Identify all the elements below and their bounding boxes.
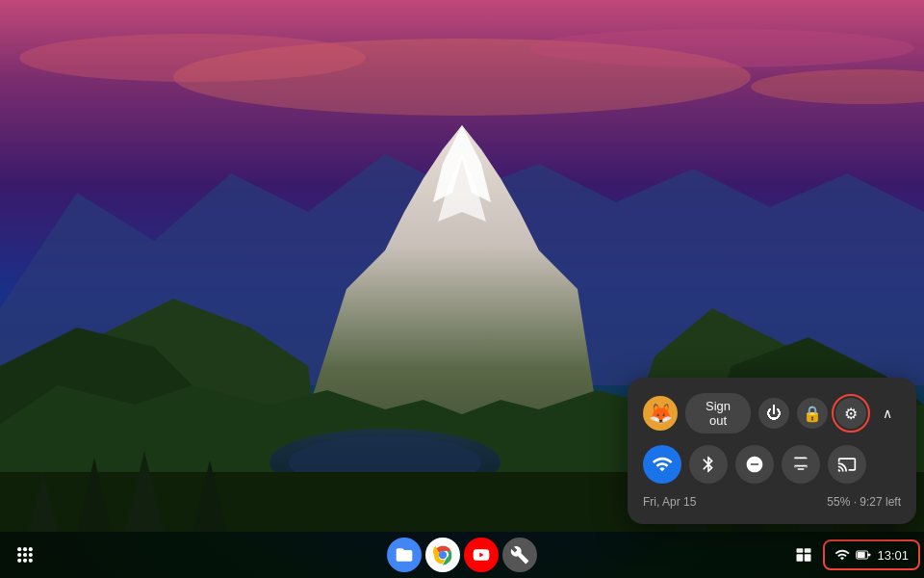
- tray-wifi-icon: [834, 547, 850, 563]
- launcher-icon: [15, 545, 35, 565]
- wifi-toggle[interactable]: [643, 445, 681, 484]
- quick-settings-panel: 🦊 Sign out ⏻ 🔒 ⚙ ∧: [628, 378, 916, 524]
- settings-button[interactable]: ⚙: [835, 398, 866, 429]
- svg-point-3: [529, 29, 914, 67]
- svg-point-33: [29, 559, 33, 563]
- chrome-icon: [432, 544, 453, 565]
- svg-rect-36: [805, 548, 811, 553]
- cast-toggle[interactable]: [828, 445, 866, 484]
- svg-rect-35: [797, 548, 804, 553]
- svg-point-25: [17, 547, 21, 551]
- qs-top-row: 🦊 Sign out ⏻ 🔒 ⚙ ∧: [643, 393, 901, 434]
- user-avatar: 🦊: [643, 396, 678, 431]
- windows-icon: [795, 546, 812, 564]
- svg-point-26: [23, 547, 27, 551]
- folder-icon: [395, 545, 414, 565]
- taskbar: 13:01: [0, 532, 924, 578]
- screen-mirror-toggle[interactable]: [782, 445, 820, 484]
- wrench-icon: [510, 545, 529, 565]
- svg-rect-37: [797, 554, 804, 562]
- power-icon: ⏻: [766, 405, 782, 422]
- power-button[interactable]: ⏻: [758, 398, 789, 429]
- youtube-icon: [472, 545, 491, 565]
- qs-second-row: [643, 445, 901, 484]
- sign-out-button[interactable]: Sign out: [685, 393, 751, 434]
- window-switcher-button[interactable]: [786, 538, 821, 572]
- svg-point-29: [23, 553, 27, 557]
- dnd-icon: [745, 455, 764, 474]
- files-app-button[interactable]: [387, 538, 422, 572]
- taskbar-left: [8, 538, 42, 572]
- bluetooth-icon: [699, 455, 718, 474]
- svg-point-27: [29, 547, 33, 551]
- screen-mirror-icon: [791, 455, 810, 474]
- svg-point-28: [17, 553, 21, 557]
- gear-icon: ⚙: [844, 405, 858, 423]
- svg-point-30: [29, 553, 33, 557]
- expand-button[interactable]: ∧: [874, 400, 901, 427]
- system-tray-button[interactable]: 13:01: [827, 543, 916, 566]
- qs-info-row: Fri, Apr 15 55% · 9:27 left: [643, 495, 901, 509]
- lock-icon: 🔒: [803, 405, 822, 423]
- svg-point-34: [439, 551, 447, 559]
- svg-point-31: [17, 559, 21, 563]
- svg-point-32: [23, 559, 27, 563]
- chevron-up-icon: ∧: [883, 406, 892, 421]
- date-display: Fri, Apr 15: [643, 495, 696, 509]
- cast-icon: [837, 455, 857, 474]
- youtube-app-button[interactable]: [464, 538, 499, 572]
- svg-point-2: [19, 34, 366, 82]
- lock-button[interactable]: 🔒: [797, 398, 828, 429]
- svg-rect-40: [868, 554, 871, 557]
- settings-app-button[interactable]: [502, 538, 537, 572]
- taskbar-right: 13:01: [786, 538, 916, 572]
- clock-display: 13:01: [877, 548, 909, 563]
- bluetooth-toggle[interactable]: [689, 445, 728, 484]
- wifi-icon: [652, 454, 673, 475]
- tray-battery-icon: [854, 547, 873, 563]
- chrome-app-button[interactable]: [425, 538, 460, 572]
- dnd-toggle[interactable]: [735, 445, 774, 484]
- launcher-button[interactable]: [8, 538, 42, 572]
- svg-rect-38: [805, 554, 811, 562]
- taskbar-center: [387, 538, 537, 572]
- battery-display: 55% · 9:27 left: [827, 495, 901, 509]
- svg-rect-41: [858, 552, 865, 558]
